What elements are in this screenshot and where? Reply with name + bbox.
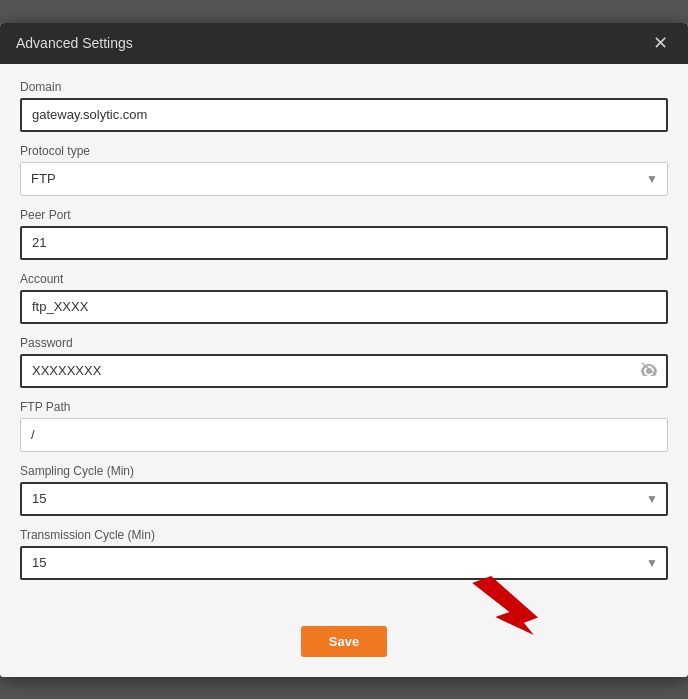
transmission-cycle-select-wrapper: 5 10 15 30 60 ▼ [20,546,668,580]
sampling-cycle-select[interactable]: 5 10 15 30 60 [20,482,668,516]
ftp-path-input[interactable] [20,418,668,452]
transmission-cycle-field-group: Transmission Cycle (Min) 5 10 15 30 60 ▼ [20,528,668,580]
save-button[interactable]: Save [301,626,387,657]
protocol-type-select[interactable]: FTP SFTP HTTP HTTPS [20,162,668,196]
domain-label: Domain [20,80,668,94]
advanced-settings-dialog: Advanced Settings ✕ Domain Protocol type… [0,23,688,677]
transmission-cycle-select[interactable]: 5 10 15 30 60 [20,546,668,580]
ftp-path-field-group: FTP Path [20,400,668,452]
password-input[interactable] [20,354,668,388]
dialog-footer: Save [0,612,688,677]
protocol-type-label: Protocol type [20,144,668,158]
password-field-group: Password [20,336,668,388]
dialog-header: Advanced Settings ✕ [0,23,688,64]
domain-input[interactable] [20,98,668,132]
peer-port-input[interactable] [20,226,668,260]
dialog-title: Advanced Settings [16,35,133,51]
password-label: Password [20,336,668,350]
dialog-body: Domain Protocol type FTP SFTP HTTP HTTPS… [0,64,688,612]
peer-port-field-group: Peer Port [20,208,668,260]
sampling-cycle-select-wrapper: 5 10 15 30 60 ▼ [20,482,668,516]
sampling-cycle-label: Sampling Cycle (Min) [20,464,668,478]
protocol-type-select-wrapper: FTP SFTP HTTP HTTPS ▼ [20,162,668,196]
close-button[interactable]: ✕ [649,34,672,52]
protocol-type-field-group: Protocol type FTP SFTP HTTP HTTPS ▼ [20,144,668,196]
domain-field-group: Domain [20,80,668,132]
password-wrapper [20,354,668,388]
ftp-path-label: FTP Path [20,400,668,414]
account-label: Account [20,272,668,286]
sampling-cycle-field-group: Sampling Cycle (Min) 5 10 15 30 60 ▼ [20,464,668,516]
toggle-password-icon[interactable] [640,362,658,380]
account-input[interactable] [20,290,668,324]
peer-port-label: Peer Port [20,208,668,222]
account-field-group: Account [20,272,668,324]
transmission-cycle-label: Transmission Cycle (Min) [20,528,668,542]
